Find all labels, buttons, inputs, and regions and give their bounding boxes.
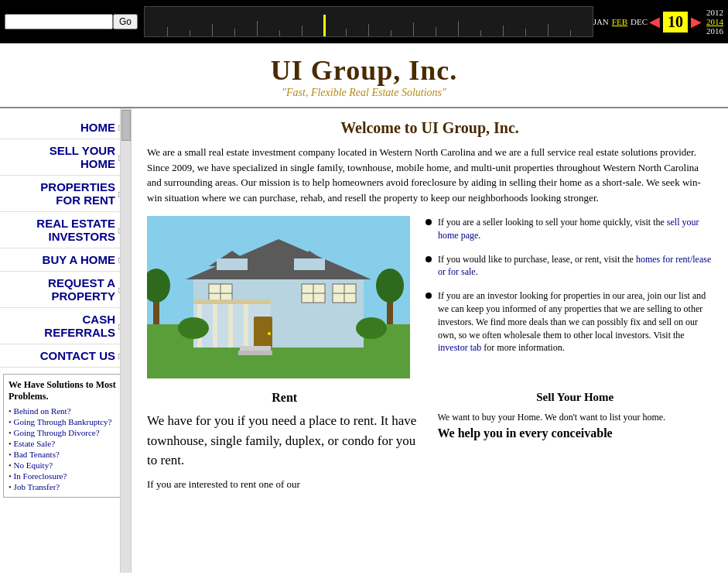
- list-item[interactable]: No Equity?: [9, 460, 122, 471]
- scrollbar-thumb[interactable]: [121, 110, 131, 141]
- list-item[interactable]: Bad Tenants?: [9, 449, 122, 460]
- svg-rect-27: [240, 346, 271, 351]
- site-tagline: "Fast, Flexible Real Estate Solutions": [0, 87, 728, 99]
- scrollbar[interactable]: [120, 108, 131, 573]
- year-2012[interactable]: 2012: [706, 8, 723, 17]
- sell-link[interactable]: sell your home page: [438, 217, 699, 241]
- cal-years[interactable]: 2012 2014 2016: [706, 8, 723, 36]
- svg-rect-26: [193, 300, 271, 304]
- svg-rect-28: [238, 351, 272, 355]
- investor-link[interactable]: investor tab: [438, 342, 481, 353]
- sidebar-item-properties-for-rent[interactable]: PROPERTIESFOR RENT ▷: [0, 176, 131, 212]
- nav-request-link[interactable]: REQUEST APROPERTY: [48, 276, 115, 303]
- list-item[interactable]: Behind on Rent?: [9, 406, 122, 416]
- sidebar-item-sell-your-home[interactable]: SELL YOURHOME ▷: [0, 139, 131, 176]
- rent-section: Rent We have for you if you need a place…: [147, 391, 422, 491]
- sell-title: Sell Your Home: [438, 391, 713, 404]
- bullet-dot-2: [426, 256, 432, 262]
- year-2016[interactable]: 2016: [706, 26, 723, 36]
- cal-months[interactable]: JAN FEB DEC: [593, 17, 648, 26]
- go-button[interactable]: Go: [113, 14, 138, 29]
- bottom-content: Rent We have for you if you need a place…: [147, 391, 713, 491]
- svg-rect-23: [213, 301, 217, 347]
- prev-arrow[interactable]: ◀: [649, 13, 660, 30]
- nav-investors-link[interactable]: REAL ESTATEINVESTORS: [36, 217, 115, 243]
- sidebar-item-contact-us[interactable]: CONTACT US ▷: [0, 344, 131, 368]
- month-dec[interactable]: DEC: [631, 17, 648, 26]
- sidebar-item-home[interactable]: HOME ▷: [0, 116, 131, 139]
- svg-rect-10: [294, 258, 325, 270]
- month-jan[interactable]: JAN: [593, 17, 609, 26]
- list-item[interactable]: Going Through Bankruptcy?: [9, 416, 122, 427]
- go-area[interactable]: Go: [5, 14, 138, 29]
- url-input[interactable]: [5, 14, 113, 29]
- list-item[interactable]: Going Through Divorce?: [9, 427, 122, 438]
- rent-normal-text: If you are interested to rent one of our: [147, 477, 422, 492]
- sidebar-item-buy-a-home[interactable]: BUY A HOME ▷: [0, 248, 131, 272]
- house-image: [147, 216, 410, 378]
- next-arrow[interactable]: ▶: [691, 13, 702, 30]
- sidebar-item-cash-referrals[interactable]: CASHREFERRALS ▷: [0, 308, 131, 344]
- rent-large-text: We have for you if you need a place to r…: [147, 411, 422, 471]
- welcome-title: Welcome to UI Group, Inc.: [147, 119, 713, 137]
- year-2014[interactable]: 2014: [706, 17, 723, 26]
- content-row: If you are a seller looking to sell your…: [147, 216, 713, 378]
- nav-properties-link[interactable]: PROPERTIESFOR RENT: [40, 180, 115, 207]
- nav-cash-link[interactable]: CASHREFERRALS: [44, 313, 115, 339]
- solutions-list: Behind on Rent? Going Through Bankruptcy…: [9, 406, 122, 492]
- calendar-nav: JAN FEB DEC ◀ 10 ▶ 2012 2014 2016: [593, 8, 723, 36]
- sell-normal-text: We want to buy your Home. We don't want …: [438, 410, 713, 424]
- bullet-text-3: If you are an investor looking for prope…: [438, 289, 713, 354]
- solutions-box: We Have Solutions to Most Problems. Behi…: [3, 374, 128, 498]
- bullet-dot-3: [426, 293, 432, 299]
- sell-section: Sell Your Home We want to buy your Home.…: [438, 391, 713, 491]
- svg-rect-25: [244, 301, 248, 347]
- site-header: UI Group, Inc. "Fast, Flexible Real Esta…: [0, 43, 728, 108]
- list-item[interactable]: Job Transfer?: [9, 481, 122, 492]
- svg-rect-8: [217, 258, 248, 270]
- page-layout: HOME ▷ SELL YOURHOME ▷ PROPERTIESFOR REN…: [0, 108, 728, 573]
- bullet-text-2: If you would like to purchase, lease, or…: [438, 253, 713, 279]
- nav-home-link[interactable]: HOME: [80, 121, 115, 134]
- solutions-title: We Have Solutions to Most Problems.: [9, 379, 122, 402]
- rent-title: Rent: [147, 391, 422, 405]
- wayback-bar: Go JAN FEB DE: [0, 0, 728, 43]
- svg-rect-20: [254, 317, 272, 347]
- timeline-ticks[interactable]: [144, 6, 593, 37]
- sell-large-text: We help you in every conceivable: [438, 424, 713, 443]
- bullet-item-1: If you are a seller looking to sell your…: [426, 216, 713, 242]
- list-item[interactable]: Estate Sale?: [9, 438, 122, 449]
- site-title: UI Group, Inc.: [0, 54, 728, 87]
- rent-link[interactable]: homes for rent/lease or for sale: [438, 254, 711, 278]
- nav-sell-link[interactable]: SELL YOURHOME: [50, 144, 115, 170]
- intro-paragraph: We are a small real estate investment co…: [147, 145, 713, 205]
- sidebar-item-real-estate-investors[interactable]: REAL ESTATEINVESTORS ▷: [0, 212, 131, 248]
- bullets-column: If you are a seller looking to sell your…: [426, 216, 713, 378]
- nav-buy-link[interactable]: BUY A HOME: [43, 253, 115, 266]
- bullet-item-2: If you would like to purchase, lease, or…: [426, 253, 713, 279]
- bullet-text-1: If you are a seller looking to sell your…: [438, 216, 713, 242]
- sidebar-item-request-a-property[interactable]: REQUEST APROPERTY ▷: [0, 272, 131, 308]
- cal-day: 10: [663, 12, 688, 33]
- svg-point-21: [268, 332, 271, 335]
- svg-point-32: [356, 317, 387, 339]
- month-feb[interactable]: FEB: [612, 17, 627, 26]
- bullet-dot: [426, 219, 432, 225]
- timeline-area: [144, 6, 593, 37]
- main-content: Welcome to UI Group, Inc. We are a small…: [132, 108, 728, 573]
- svg-point-30: [376, 269, 404, 303]
- sidebar: HOME ▷ SELL YOURHOME ▷ PROPERTIESFOR REN…: [0, 108, 132, 573]
- nav-contact-link[interactable]: CONTACT US: [40, 349, 115, 362]
- svg-point-31: [178, 317, 209, 339]
- svg-rect-24: [228, 301, 233, 347]
- list-item[interactable]: In Foreclosure?: [9, 471, 122, 481]
- bullet-item-3: If you are an investor looking for prope…: [426, 289, 713, 354]
